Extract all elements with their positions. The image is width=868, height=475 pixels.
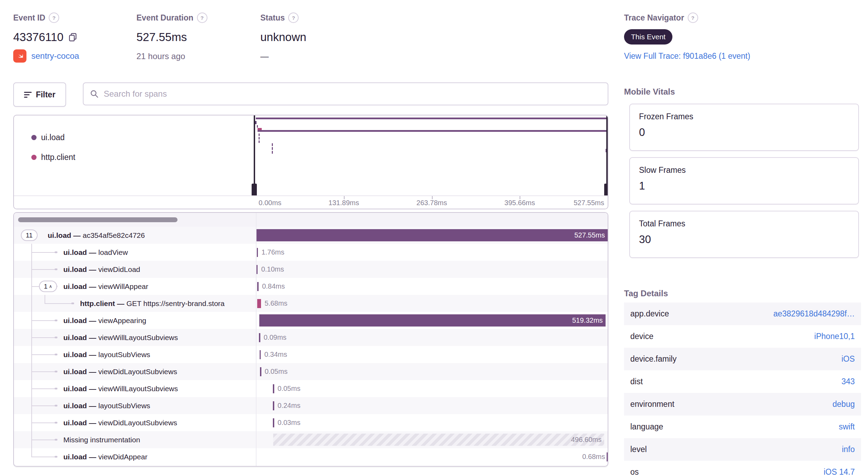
vital-label: Total Frames [639,219,849,228]
span-chart-cell: 5.68ms [256,295,608,312]
span-duration-label: 519.32ms [572,312,603,329]
span-chart-cell: 0.09ms [256,329,608,346]
span-row[interactable]: 11ui.load — ac354af5e82c4726527.55ms [14,227,608,244]
span-row[interactable]: http.client — GET https://sentry-brand.s… [14,295,608,312]
expand-children-pill[interactable]: 11 [21,230,38,241]
filter-button[interactable]: Filter [13,82,66,107]
span-tree-cell: ui.load — viewAppearing [14,312,256,329]
span-row[interactable]: ui.load — layoutSubViews0.34ms [14,346,608,363]
span-bar[interactable] [273,418,274,427]
tag-value-link[interactable]: iPhone10,1 [814,332,855,341]
tag-value-link[interactable]: debug [833,400,855,409]
span-description: ui.load — viewWillLayoutSubviews [63,380,178,397]
span-row[interactable]: ui.load — loadView1.76ms [14,244,608,261]
span-bar[interactable] [260,367,261,376]
span-row[interactable]: ui.load — viewWillLayoutSubviews0.09ms [14,329,608,346]
legend-item-ui.load[interactable]: ui.load522.71ms99% [14,127,256,147]
tag-row-environment: environmentdebug [624,393,861,416]
this-event-badge: This Event [624,29,672,45]
tree-connector-dot [55,320,57,321]
tree-connector [45,303,72,304]
minimap-span-marker [259,137,260,139]
span-tree-cell: ui.load — viewDidLoad [14,261,256,278]
minimap-span-marker [258,128,262,130]
span-bar[interactable] [259,333,260,342]
time-axis: 0.00ms131.89ms263.78ms395.66ms527.55ms [14,195,608,209]
copy-icon[interactable] [68,32,78,42]
tag-key: language [630,422,663,432]
span-bar[interactable] [257,248,258,257]
tag-value-link[interactable]: ae3829618d484298f… [773,309,855,319]
tree-connector [31,440,55,440]
project-link[interactable]: sentry-cocoa [31,51,79,61]
span-chart-cell: 0.84ms [256,278,608,295]
tag-value-link[interactable]: swift [839,422,855,432]
span-description: ui.load — loadView [63,244,128,261]
tag-key: device [630,332,653,341]
tree-connector-dot [55,268,57,270]
span-row[interactable]: ui.load — layoutSubViews0.24ms [14,397,608,414]
tag-key: environment [630,400,674,409]
tag-key: dist [630,377,643,386]
event-duration-value: 527.55ms [136,31,207,44]
legend-item-http.client[interactable]: http.client5.68ms1% [14,147,256,167]
span-chart-cell: 1.76ms [256,244,608,261]
span-description: ui.load — viewDidLoad [63,261,140,278]
axis-tick-label: 0.00ms [259,199,282,207]
minimap-left-grip[interactable] [252,184,257,197]
span-duration-label: 0.05ms [265,363,288,380]
help-icon[interactable]: ? [688,13,698,23]
tree-connector [31,269,55,270]
span-row[interactable]: ui.load — viewDidLoad0.10ms [14,261,608,278]
minimap-right-grip[interactable] [604,184,608,197]
trace-minimap-panel: ui.load522.71ms99%http.client5.68ms1% 0.… [13,115,608,209]
tag-value-link[interactable]: iOS [842,354,855,364]
span-chart-cell: 0.05ms [256,363,608,380]
view-full-trace-link[interactable]: View Full Trace: f901a8e6 (1 event) [624,51,750,61]
span-duration-label: 1.76ms [261,244,284,261]
tree-scrollbar-thumb[interactable] [18,217,177,222]
span-row[interactable]: ui.load — viewDidLayoutSubviews0.03ms [14,414,608,431]
tag-key: app.device [630,309,669,319]
span-description: ui.load — ac354af5e82c4726 [48,227,145,244]
tree-connector [31,405,55,406]
minimap-span-marker [272,151,273,154]
span-bar[interactable] [273,401,274,410]
tag-value-link[interactable]: info [842,445,855,454]
legend-op-name: http.client [41,153,75,162]
span-bar[interactable] [607,452,608,461]
span-row[interactable]: 1∧ui.load — viewWillAppear0.84ms [14,278,608,295]
help-icon[interactable]: ? [49,13,59,23]
span-bar[interactable] [257,299,261,308]
span-bar[interactable] [257,265,258,274]
span-description: ui.load — layoutSubViews [63,397,150,414]
tag-value-link[interactable]: iOS 14.7 [824,467,855,475]
tree-connector-dot [55,354,57,355]
span-chart-cell: 519.32ms [256,312,608,329]
span-description: ui.load — viewDidAppear [63,448,148,465]
span-row[interactable]: ui.load — viewAppearing519.32ms [14,312,608,329]
span-description: ui.load — viewDidLayoutSubviews [63,414,177,431]
span-bar[interactable] [273,384,274,393]
tree-connector [31,422,55,423]
collapse-children-pill[interactable]: 1∧ [39,281,57,292]
span-bar[interactable] [260,350,261,359]
span-row[interactable]: Missing instrumentation496.60ms [14,431,608,448]
span-row[interactable]: ui.load — viewWillLayoutSubviews0.05ms [14,380,608,397]
span-description: ui.load — viewDidLayoutSubviews [63,363,177,380]
span-bar[interactable] [257,282,259,291]
search-input[interactable] [103,89,601,99]
span-bar[interactable] [256,229,608,241]
tag-value-link[interactable]: 343 [842,377,855,386]
trace-navigator-label: Trace Navigator [624,13,684,23]
tree-connector-dot [55,439,57,441]
span-bar[interactable] [273,434,605,446]
help-icon[interactable]: ? [197,13,207,23]
span-bar[interactable] [259,314,606,327]
help-icon[interactable]: ? [288,13,299,23]
span-row[interactable]: ui.load — viewDidLayoutSubviews0.05ms [14,363,608,380]
vital-value: 30 [639,233,849,246]
span-row[interactable]: ui.load — viewDidAppear0.68ms [14,448,608,465]
span-chart-cell: 0.68ms [256,448,608,465]
span-tree-cell: ui.load — viewWillLayoutSubviews [14,380,256,397]
